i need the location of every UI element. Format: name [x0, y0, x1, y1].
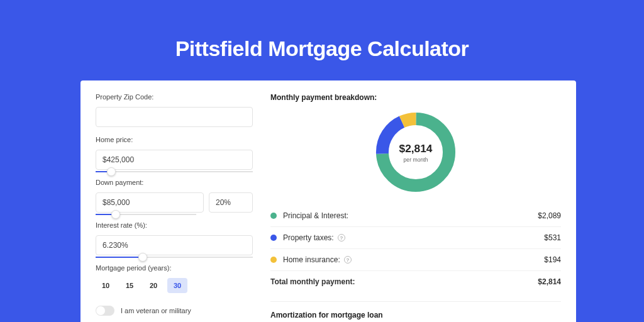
period-label: Mortgage period (years): — [96, 264, 253, 272]
zip-input[interactable] — [96, 107, 253, 127]
veteran-toggle[interactable] — [96, 306, 114, 316]
breakdown-title: Monthly payment breakdown: — [270, 93, 561, 102]
veteran-label: I am veteran or military — [121, 307, 191, 314]
legend-value: $531 — [544, 233, 561, 242]
total-row: Total monthly payment: $2,814 — [270, 270, 561, 292]
down-payment-percent-input[interactable] — [209, 192, 253, 213]
donut-center-sub: per month — [404, 157, 428, 163]
legend-label: Home insurance: — [283, 255, 340, 264]
down-payment-label: Down payment: — [96, 179, 253, 186]
period-option-10[interactable]: 10 — [96, 278, 116, 293]
info-icon[interactable]: ? — [344, 256, 352, 264]
field-zip: Property Zip Code: — [96, 93, 253, 127]
interest-input[interactable] — [96, 235, 253, 255]
period-options: 10 15 20 30 — [96, 278, 253, 293]
total-value: $2,814 — [538, 277, 561, 286]
dot-icon — [270, 257, 277, 263]
down-payment-amount-input[interactable] — [96, 192, 204, 213]
legend-row-property-taxes: Property taxes: ? $531 — [270, 226, 561, 248]
total-label: Total monthly payment: — [270, 277, 538, 286]
interest-label: Interest rate (%): — [96, 221, 253, 229]
info-icon[interactable]: ? — [338, 234, 345, 242]
field-interest-rate: Interest rate (%): — [96, 221, 253, 255]
period-option-20[interactable]: 20 — [143, 278, 164, 293]
calculator-panel: Property Zip Code: Home price: Down paym… — [80, 80, 576, 322]
legend-label: Property taxes: — [283, 233, 334, 242]
interest-slider[interactable] — [96, 257, 253, 258]
legend-label: Principal & Interest: — [283, 211, 348, 220]
legend-value: $194 — [544, 255, 561, 264]
breakdown-column: Monthly payment breakdown: $2,814 per mo… — [270, 93, 561, 322]
home-price-input[interactable] — [96, 150, 253, 170]
legend-value: $2,089 — [538, 211, 561, 220]
period-option-15[interactable]: 15 — [119, 278, 140, 293]
field-mortgage-period: Mortgage period (years): 10 15 20 30 — [96, 264, 253, 293]
form-column: Property Zip Code: Home price: Down paym… — [96, 93, 253, 322]
amortization-title: Amortization for mortgage loan — [270, 311, 561, 319]
donut-chart: $2,814 per month — [372, 108, 460, 196]
page-title: Pittsfield Mortgage Calculator — [0, 0, 644, 61]
veteran-row: I am veteran or military — [96, 306, 253, 316]
breakdown-donut: $2,814 per month — [270, 104, 561, 205]
donut-center-value: $2,814 — [399, 142, 433, 155]
amortization-section: Amortization for mortgage loan Amortizat… — [270, 301, 561, 322]
field-down-payment: Down payment: — [96, 179, 253, 213]
field-home-price: Home price: — [96, 136, 253, 170]
period-option-30[interactable]: 30 — [167, 278, 187, 293]
zip-label: Property Zip Code: — [96, 93, 253, 101]
home-price-slider[interactable] — [96, 171, 253, 172]
down-payment-slider[interactable] — [96, 214, 196, 215]
legend: Principal & Interest: $2,089 Property ta… — [270, 205, 561, 292]
legend-row-principal-interest: Principal & Interest: $2,089 — [270, 205, 561, 226]
dot-icon — [270, 235, 277, 241]
dot-icon — [270, 213, 277, 219]
legend-row-home-insurance: Home insurance: ? $194 — [270, 248, 561, 270]
home-price-label: Home price: — [96, 136, 253, 143]
